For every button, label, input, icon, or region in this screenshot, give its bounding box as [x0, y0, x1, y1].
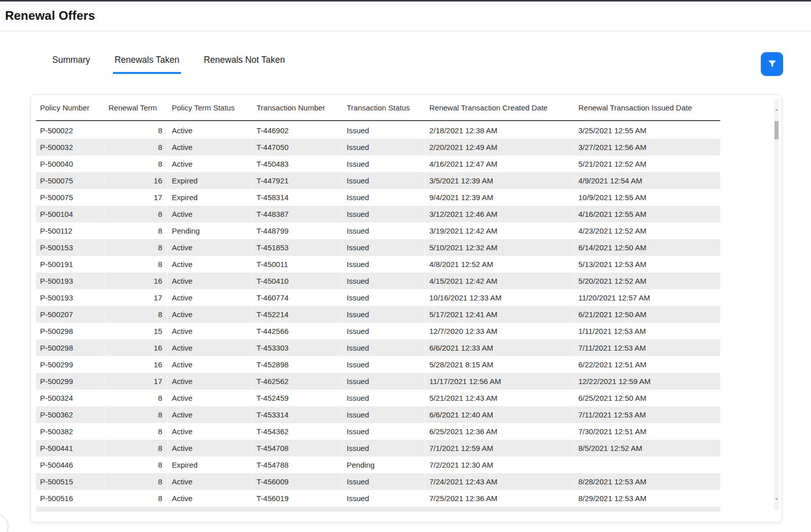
tab-renewals-not-taken[interactable]: Renewals Not Taken: [202, 55, 286, 74]
table-cell: T-462562: [252, 373, 343, 390]
table-cell: 7/25/2021 12:36 AM: [425, 490, 574, 507]
table-cell: Active: [168, 490, 252, 507]
column-header-policy-term-status[interactable]: Policy Term Status: [168, 103, 252, 112]
table-cell: Active: [168, 206, 252, 222]
table-cell: Issued: [343, 156, 425, 172]
table-row[interactable]: P-50029816ActiveT-453303Issued6/6/2021 1…: [36, 339, 720, 356]
table-row[interactable]: P-5003248ActiveT-452459Issued5/21/2021 1…: [36, 390, 720, 406]
table-row[interactable]: P-5004418ActiveT-454708Issued7/1/2021 12…: [36, 440, 720, 457]
table-cell: P-500382: [36, 423, 104, 440]
table-row[interactable]: P-50007517ExpiredT-458314Issued9/4/2021 …: [36, 189, 720, 206]
table-cell: T-454362: [252, 423, 343, 440]
table-cell: Issued: [343, 189, 425, 206]
floating-nav-button[interactable]: [0, 514, 8, 532]
table-cell: P-500075: [36, 172, 104, 189]
table-row[interactable]: P-5005158ActiveT-456009Issued7/24/2021 1…: [36, 473, 720, 490]
table-row[interactable]: P-50029815ActiveT-442566Issued12/7/2020 …: [36, 323, 720, 339]
table-cell: Active: [168, 239, 252, 256]
scroll-down-icon[interactable]: ⌄: [774, 492, 779, 503]
table-cell: 8: [104, 306, 168, 323]
table-cell: P-500516: [36, 490, 104, 507]
table-cell: Active: [168, 156, 252, 172]
table-cell: 7/2/2021 12:30 AM: [425, 457, 574, 473]
tab-summary[interactable]: Summary: [51, 55, 92, 74]
table-row[interactable]: P-5001048ActiveT-448387Issued3/12/2021 1…: [36, 206, 720, 222]
column-header-transaction-status[interactable]: Transaction Status: [343, 103, 425, 112]
column-header-renewal-term[interactable]: Renewal Term: [104, 103, 168, 112]
table-cell: T-442566: [252, 323, 343, 339]
table-cell: Active: [168, 289, 252, 306]
table-cell: Active: [168, 473, 252, 490]
table-cell: T-454788: [252, 457, 343, 473]
table-cell: P-500040: [36, 156, 104, 172]
table-cell: T-453303: [252, 339, 343, 356]
table-cell: Active: [168, 139, 252, 156]
table-cell: 9/4/2021 12:39 AM: [425, 189, 574, 206]
table-cell: 7/1/2021 12:59 AM: [425, 440, 574, 457]
table-row[interactable]: P-50007516ExpiredT-447921Issued3/5/2021 …: [36, 172, 720, 189]
table-cell: Issued: [343, 390, 425, 406]
table-cell: Issued: [343, 373, 425, 390]
table-cell: P-500298: [36, 339, 104, 356]
table-cell: 8/28/2021 12:53 AM: [574, 473, 720, 490]
table-cell: 3/19/2021 12:42 AM: [425, 222, 574, 239]
table-cell: 10/16/2021 12:33 AM: [425, 289, 574, 306]
table-cell: Active: [168, 339, 252, 356]
table-cell: 4/9/2021 12:54 AM: [574, 172, 720, 189]
table-row[interactable]: P-50029916ActiveT-452898Issued5/28/2021 …: [36, 356, 720, 373]
table-cell: P-500515: [36, 473, 104, 490]
table-cell: P-500299: [36, 356, 104, 373]
table-cell: 4/16/2021 12:55 AM: [574, 206, 720, 222]
table-cell: T-453314: [252, 406, 343, 423]
table-cell: 8: [104, 222, 168, 239]
table-row[interactable]: P-5001538ActiveT-451853Issued5/10/2021 1…: [36, 239, 720, 256]
table-cell: 6/6/2021 12:40 AM: [425, 406, 574, 423]
vertical-scrollbar[interactable]: ⌃ ⌄: [774, 99, 779, 510]
table-cell: 12/22/2021 12:59 AM: [574, 373, 720, 390]
table-cell: 1/11/2021 12:53 AM: [574, 323, 720, 339]
table-cell: 16: [104, 339, 168, 356]
table-cell: Pending: [343, 457, 425, 473]
table-row[interactable]: P-5002078ActiveT-452214Issued5/17/2021 1…: [36, 306, 720, 323]
table-row[interactable]: P-50019316ActiveT-450410Issued4/15/2021 …: [36, 273, 720, 289]
table-row[interactable]: P-50029917ActiveT-462562Issued11/17/2021…: [36, 373, 720, 390]
table-body: P-5000228ActiveT-446902Issued2/18/2021 1…: [36, 122, 720, 512]
column-header-policy-number[interactable]: Policy Number: [36, 103, 104, 112]
table-row[interactable]: P-5001918ActiveT-450011Issued4/8/2021 12…: [36, 256, 720, 273]
table-cell: 4/15/2021 12:42 AM: [425, 273, 574, 289]
table-cell: Pending: [168, 222, 252, 239]
table-cell: 8: [104, 156, 168, 172]
scroll-up-icon[interactable]: ⌃: [774, 106, 779, 117]
table-row[interactable]: P-5000228ActiveT-446902Issued2/18/2021 1…: [36, 122, 720, 139]
table-row[interactable]: P-5001128PendingT-448799Issued3/19/2021 …: [36, 222, 720, 239]
table-cell: Active: [168, 122, 252, 139]
table-cell: Active: [168, 256, 252, 273]
table-cell: 8: [104, 239, 168, 256]
tab-renewals-taken[interactable]: Renewals Taken: [113, 55, 181, 74]
column-header-renewal-issued-date[interactable]: Renewal Transaction Issued Date: [574, 103, 720, 112]
table-row[interactable]: P-5004468ExpiredT-454788Pending7/2/2021 …: [36, 457, 720, 473]
table-row[interactable]: P-5000408ActiveT-450483Issued4/16/2021 1…: [36, 156, 720, 172]
table-cell: Expired: [168, 172, 252, 189]
table-cell: 5/10/2021 12:32 AM: [425, 239, 574, 256]
table-header-row: Policy Number Renewal Term Policy Term S…: [36, 95, 720, 121]
table-cell: T-452898: [252, 356, 343, 373]
table-cell: Issued: [343, 122, 425, 139]
table-cell: T-456019: [252, 490, 343, 507]
table-cell: P-500032: [36, 139, 104, 156]
table-cell: 3/12/2021 12:46 AM: [425, 206, 574, 222]
table-cell: 16: [104, 273, 168, 289]
table-cell: 8: [104, 390, 168, 406]
column-header-transaction-number[interactable]: Transaction Number: [252, 103, 343, 112]
scrollbar-thumb[interactable]: [775, 121, 779, 139]
table-row[interactable]: P-5005168ActiveT-456019Issued7/25/2021 1…: [36, 490, 720, 507]
table-cell: Issued: [343, 139, 425, 156]
table-cell: 4/23/2021 12:52 AM: [574, 222, 720, 239]
table-row[interactable]: P-50019317ActiveT-460774Issued10/16/2021…: [36, 289, 720, 306]
table-row[interactable]: P-5003828ActiveT-454362Issued6/25/2021 1…: [36, 423, 720, 440]
filter-button[interactable]: [761, 52, 783, 76]
table-row[interactable]: P-5003628ActiveT-453314Issued6/6/2021 12…: [36, 406, 720, 423]
table-row[interactable]: P-5000328ActiveT-447050Issued2/20/2021 1…: [36, 139, 720, 156]
table-cell: P-500112: [36, 222, 104, 239]
column-header-renewal-created-date[interactable]: Renewal Transaction Created Date: [425, 103, 574, 112]
